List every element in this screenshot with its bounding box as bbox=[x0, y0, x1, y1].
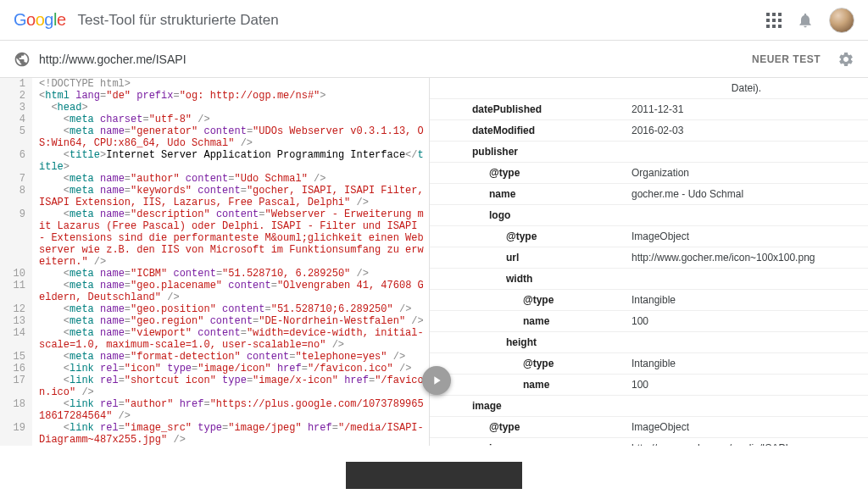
line-number: 8 bbox=[0, 185, 32, 208]
code-line[interactable]: 13 <meta name="geo.region" content="DE-N… bbox=[0, 315, 429, 327]
property-row: namegocher.me - Udo Schmal bbox=[430, 184, 868, 205]
line-number: 13 bbox=[0, 315, 32, 327]
property-row: image bbox=[430, 396, 868, 417]
property-key: @type bbox=[430, 417, 625, 438]
line-number: 18 bbox=[0, 398, 32, 422]
property-key: @type bbox=[430, 163, 625, 184]
code-source: <!DOCTYPE html> bbox=[32, 78, 429, 90]
code-line[interactable]: 4 <meta charset="utf-8" /> bbox=[0, 114, 429, 125]
property-value bbox=[625, 142, 868, 163]
line-number: 1 bbox=[0, 78, 32, 90]
line-number: 2 bbox=[0, 90, 32, 102]
line-number: 19 bbox=[0, 422, 32, 446]
property-row: @typeOrganization bbox=[430, 163, 868, 184]
property-row: imagehttp://www.gocher.me/media/ISAPI-Di… bbox=[430, 438, 868, 447]
property-key: @type bbox=[430, 226, 625, 247]
property-row: name100 bbox=[430, 375, 868, 396]
property-row: height bbox=[430, 332, 868, 353]
property-row: logo bbox=[430, 205, 868, 226]
code-source: <meta name="author" content="Udo Schmal"… bbox=[32, 173, 429, 185]
property-row: @typeIntangible bbox=[430, 290, 868, 311]
line-number: 7 bbox=[0, 173, 32, 185]
code-line[interactable]: 3 <head> bbox=[0, 102, 429, 114]
code-line[interactable]: 9 <meta name="description" content="Webs… bbox=[0, 208, 429, 268]
property-key: datePublished bbox=[430, 99, 625, 120]
code-line[interactable]: 15 <meta name="format-detection" content… bbox=[0, 351, 429, 363]
property-row: @typeImageObject bbox=[430, 417, 868, 438]
code-line[interactable]: 8 <meta name="keywords" content="gocher,… bbox=[0, 185, 429, 208]
property-row: urlhttp://www.gocher.me/icon~100x100.png bbox=[430, 247, 868, 269]
code-line[interactable]: 16 <link rel="icon" type="image/icon" hr… bbox=[0, 363, 429, 375]
settings-icon[interactable] bbox=[837, 51, 854, 68]
property-value: http://www.gocher.me/media/ISAPI-Diagram… bbox=[625, 438, 868, 447]
tested-url: http://www.gocher.me/ISAPI bbox=[39, 53, 743, 66]
code-source: <meta name="description" content="Webser… bbox=[32, 208, 429, 268]
property-key: logo bbox=[430, 205, 625, 226]
line-number: 17 bbox=[0, 375, 32, 398]
property-value: Intangible bbox=[625, 290, 868, 311]
source-code-pane[interactable]: 1<!DOCTYPE html>2<html lang="de" prefix=… bbox=[0, 78, 430, 446]
code-line[interactable]: 2<html lang="de" prefix="og: http://ogp.… bbox=[0, 90, 429, 102]
code-source: <link rel="shortcut icon" type="image/x-… bbox=[32, 375, 429, 398]
code-source: <meta name="geo.placename" content="Olve… bbox=[32, 280, 429, 303]
new-test-button[interactable]: NEUER TEST bbox=[752, 53, 821, 65]
code-line[interactable]: 14 <meta name="viewport" content="width=… bbox=[0, 327, 429, 351]
url-bar: http://www.gocher.me/ISAPI NEUER TEST bbox=[0, 41, 868, 78]
property-key: name bbox=[430, 184, 625, 205]
property-value bbox=[625, 396, 868, 417]
run-test-button[interactable] bbox=[422, 366, 451, 395]
apps-icon[interactable] bbox=[766, 13, 782, 28]
line-number: 10 bbox=[0, 268, 32, 280]
property-key: width bbox=[430, 269, 625, 290]
code-source: <meta name="keywords" content="gocher, I… bbox=[32, 185, 429, 208]
property-value: Datei). bbox=[625, 78, 868, 99]
code-line[interactable]: 7 <meta name="author" content="Udo Schma… bbox=[0, 173, 429, 185]
line-number: 15 bbox=[0, 351, 32, 363]
property-value: 2011-12-31 bbox=[625, 99, 868, 120]
code-source: <meta name="generator" content="UDOs Web… bbox=[32, 125, 429, 149]
code-source: <meta charset="utf-8" /> bbox=[32, 114, 429, 125]
property-row: @typeImageObject bbox=[430, 226, 868, 247]
line-number: 9 bbox=[0, 208, 32, 268]
code-line[interactable]: 18 <link rel="author" href="https://plus… bbox=[0, 398, 429, 422]
google-wordmark: Google bbox=[14, 10, 66, 30]
code-line[interactable]: 11 <meta name="geo.placename" content="O… bbox=[0, 280, 429, 303]
property-key: @type bbox=[430, 353, 625, 375]
property-value bbox=[625, 269, 868, 290]
property-key: image bbox=[430, 438, 625, 447]
property-value bbox=[625, 332, 868, 353]
property-value: Organization bbox=[625, 163, 868, 184]
play-icon bbox=[430, 374, 443, 387]
code-line[interactable]: 17 <link rel="shortcut icon" type="image… bbox=[0, 375, 429, 398]
code-source: <title>Internet Server Application Progr… bbox=[32, 149, 429, 173]
code-source: <head> bbox=[32, 102, 429, 114]
property-value: ImageObject bbox=[625, 417, 868, 438]
structured-data-pane[interactable]: Datei).datePublished2011-12-31dateModifi… bbox=[430, 78, 868, 446]
notifications-icon[interactable] bbox=[797, 12, 814, 29]
code-line[interactable]: 6 <title>Internet Server Application Pro… bbox=[0, 149, 429, 173]
property-key bbox=[430, 78, 625, 99]
property-row: Datei). bbox=[430, 78, 868, 99]
code-source: <meta name="ICBM" content="51.528710, 6.… bbox=[32, 268, 429, 280]
property-value: 100 bbox=[625, 375, 868, 396]
property-key: dateModified bbox=[430, 120, 625, 142]
property-row: name100 bbox=[430, 311, 868, 332]
property-row: datePublished2011-12-31 bbox=[430, 99, 868, 120]
line-number: 14 bbox=[0, 327, 32, 351]
line-number: 3 bbox=[0, 102, 32, 114]
property-key: name bbox=[430, 375, 625, 396]
code-line[interactable]: 1<!DOCTYPE html> bbox=[0, 78, 429, 90]
property-key: name bbox=[430, 311, 625, 332]
user-avatar[interactable] bbox=[829, 8, 854, 33]
code-line[interactable]: 12 <meta name="geo.position" content="51… bbox=[0, 303, 429, 315]
code-line[interactable]: 5 <meta name="generator" content="UDOs W… bbox=[0, 125, 429, 149]
line-number: 12 bbox=[0, 303, 32, 315]
property-key: @type bbox=[430, 290, 625, 311]
code-source: <html lang="de" prefix="og: http://ogp.m… bbox=[32, 90, 429, 102]
code-line[interactable]: 19 <link rel="image_src" type="image/jpe… bbox=[0, 422, 429, 446]
code-line[interactable]: 10 <meta name="ICBM" content="51.528710,… bbox=[0, 268, 429, 280]
property-key: image bbox=[430, 396, 625, 417]
property-value: Intangible bbox=[625, 353, 868, 375]
line-number: 6 bbox=[0, 149, 32, 173]
code-source: <meta name="viewport" content="width=dev… bbox=[32, 327, 429, 351]
